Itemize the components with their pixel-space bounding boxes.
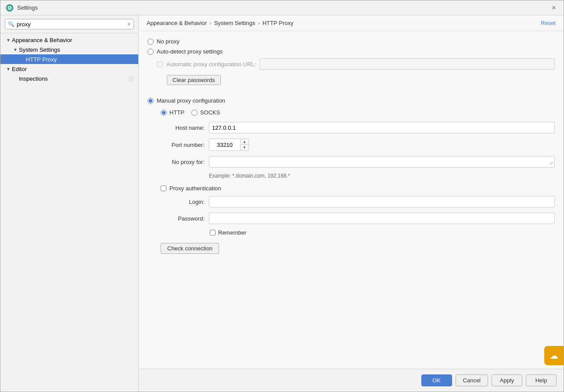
search-wrapper: 🔍 ×	[5, 19, 134, 29]
port-number-row: Port number: ▲ ▼	[147, 139, 555, 151]
right-panel: Appearance & Behavior › System Settings …	[139, 15, 564, 392]
no-proxy-label: No proxy	[157, 38, 180, 45]
auto-detect-label: Auto-detect proxy settings	[157, 48, 223, 55]
search-input[interactable]	[17, 21, 127, 28]
port-number-label: Port number:	[161, 142, 209, 148]
sidebar-item-appearance-behavior[interactable]: ▼ Appearance & Behavior	[0, 35, 138, 45]
help-button[interactable]: Help	[526, 374, 557, 386]
toggle-icon: ▼	[5, 65, 12, 72]
auto-proxy-url-input[interactable]	[259, 58, 555, 70]
remember-row: Remember	[147, 229, 555, 236]
cloud-widget[interactable]: ☁	[544, 346, 564, 365]
login-label: Login:	[161, 199, 209, 205]
ok-button[interactable]: OK	[421, 374, 452, 386]
breadcrumb-part2: System Settings	[214, 20, 255, 26]
auto-proxy-url-checkbox[interactable]	[157, 61, 163, 67]
login-row: Login:	[147, 196, 555, 207]
example-text: Example: *.domain.com, 192.168.*	[147, 173, 555, 179]
search-box: 🔍 ×	[0, 15, 138, 33]
toggle-icon	[19, 56, 26, 63]
toggle-icon: ▼	[5, 36, 12, 43]
host-name-label: Host name:	[161, 125, 209, 131]
title-bar: Settings ×	[0, 0, 564, 15]
manual-proxy-radio[interactable]	[147, 98, 154, 104]
http-label: HTTP	[169, 109, 184, 116]
close-button[interactable]: ×	[550, 4, 558, 12]
search-icon: 🔍	[8, 21, 14, 27]
sidebar-tree: ▼ Appearance & Behavior ▼ System Setting…	[0, 33, 138, 392]
port-spinner: ▲ ▼	[209, 139, 249, 151]
item-action-icon: ⬜	[128, 76, 134, 82]
no-proxy-for-input[interactable]	[209, 156, 555, 167]
manual-proxy-label: Manual proxy configuration	[157, 97, 225, 104]
cloud-icon: ☁	[550, 350, 558, 361]
port-decrement-button[interactable]: ▼	[241, 145, 248, 150]
svg-point-2	[9, 7, 11, 9]
app-icon	[6, 4, 14, 12]
clear-passwords-button[interactable]: Clear passwords	[167, 75, 221, 85]
host-name-row: Host name:	[147, 122, 555, 133]
sidebar-item-editor[interactable]: ▼ Editor	[0, 64, 138, 74]
sidebar-item-label: HTTP Proxy	[26, 56, 57, 63]
port-increment-button[interactable]: ▲	[241, 139, 248, 145]
panel-body: No proxy Auto-detect proxy settings Auto…	[139, 31, 564, 369]
toggle-icon: ▼	[12, 46, 19, 53]
socks-radio[interactable]	[191, 110, 198, 116]
no-proxy-for-row: No proxy for: ⤢	[147, 156, 555, 167]
auto-proxy-url-row: Automatic proxy configuration URL:	[147, 58, 555, 70]
sidebar: 🔍 × ▼ Appearance & Behavior ▼ System Set…	[0, 15, 139, 392]
sidebar-item-label: System Settings	[19, 46, 60, 53]
sidebar-item-label: Appearance & Behavior	[12, 37, 72, 43]
remember-label: Remember	[218, 229, 246, 236]
remember-checkbox[interactable]	[210, 230, 216, 235]
host-name-input[interactable]	[209, 122, 555, 133]
search-clear-icon[interactable]: ×	[127, 21, 131, 28]
auto-proxy-url-label: Automatic proxy configuration URL:	[166, 61, 256, 68]
check-connection-button[interactable]: Check connection	[161, 243, 219, 254]
breadcrumb-sep1: ›	[209, 20, 211, 26]
no-proxy-for-wrapper: ⤢	[209, 156, 555, 167]
sidebar-item-system-settings[interactable]: ▼ System Settings	[0, 45, 138, 54]
protocol-radios: HTTP SOCKS	[147, 109, 555, 116]
port-spinners: ▲ ▼	[240, 139, 248, 150]
window-title: Settings	[17, 4, 550, 11]
breadcrumb-part3: HTTP Proxy	[262, 20, 294, 26]
settings-window: Settings × 🔍 × ▼ Appearance & Behavior	[0, 0, 564, 392]
sidebar-item-label: Inspections	[19, 75, 48, 82]
sidebar-item-label: Editor	[12, 66, 27, 72]
reset-link[interactable]: Reset	[541, 20, 556, 26]
port-number-input[interactable]	[209, 139, 240, 150]
breadcrumb: Appearance & Behavior › System Settings …	[147, 20, 294, 26]
password-input[interactable]	[209, 213, 555, 224]
apply-button[interactable]: Apply	[492, 374, 522, 386]
no-proxy-radio[interactable]	[147, 39, 154, 45]
proxy-auth-checkbox[interactable]	[161, 185, 166, 191]
proxy-auth-row: Proxy authentication	[147, 185, 555, 192]
socks-label: SOCKS	[200, 109, 220, 116]
main-content: 🔍 × ▼ Appearance & Behavior ▼ System Set…	[0, 15, 564, 392]
password-row: Password:	[147, 213, 555, 224]
no-proxy-row: No proxy	[147, 38, 555, 45]
toggle-icon	[12, 75, 19, 82]
auto-detect-radio[interactable]	[147, 49, 154, 55]
sidebar-item-inspections[interactable]: Inspections ⬜	[0, 74, 138, 83]
no-proxy-for-label: No proxy for:	[161, 159, 209, 165]
breadcrumb-part1: Appearance & Behavior	[147, 20, 207, 26]
panel-header: Appearance & Behavior › System Settings …	[139, 15, 564, 31]
login-input[interactable]	[209, 196, 555, 207]
proxy-auth-label: Proxy authentication	[169, 185, 221, 192]
auto-detect-row: Auto-detect proxy settings	[147, 48, 555, 55]
http-radio[interactable]	[161, 110, 167, 116]
manual-proxy-row: Manual proxy configuration	[147, 97, 555, 104]
password-label: Password:	[161, 215, 209, 222]
bottom-bar: OK Cancel Apply Help	[139, 369, 564, 392]
sidebar-item-http-proxy[interactable]: HTTP Proxy	[0, 54, 138, 64]
expand-icon: ⤢	[550, 161, 553, 166]
breadcrumb-sep2: ›	[258, 20, 260, 26]
cancel-button[interactable]: Cancel	[456, 374, 488, 386]
